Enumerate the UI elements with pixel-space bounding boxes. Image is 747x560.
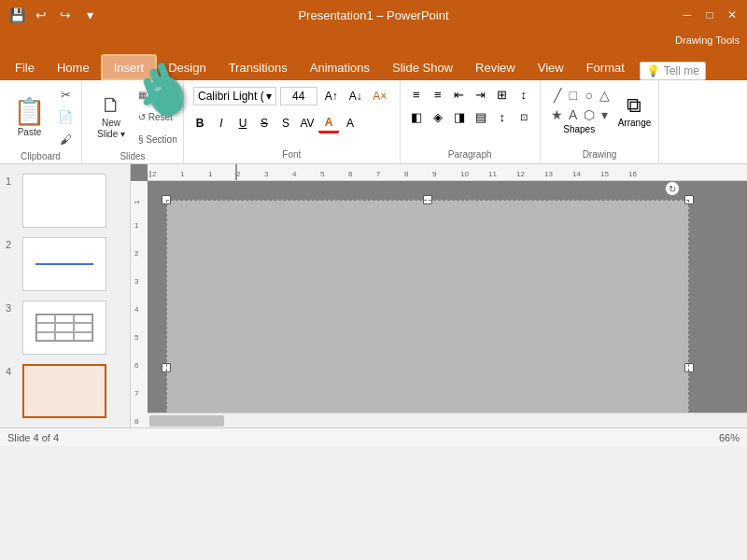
slide-canvas[interactable]: ↻: [148, 181, 747, 413]
slide-item-3[interactable]: 3: [4, 299, 126, 357]
paragraph-content: ≡ ≡ ⇤ ⇥ ⊞ ↕ ◧ ◈ ◨ ▤ ↕ ⊡: [406, 84, 534, 147]
align-left-button[interactable]: ◧: [406, 106, 427, 127]
ruler-left-svg: 1 1 2 3 4 5 6 7 8: [131, 181, 148, 427]
arrange-button[interactable]: ⧉ Arrange: [616, 91, 654, 130]
increase-font-button[interactable]: A↑: [321, 86, 342, 106]
paste-button[interactable]: 📋 Paste: [6, 92, 53, 141]
tab-insert[interactable]: Insert: [101, 54, 158, 80]
layout-button[interactable]: ▦ Layout: [136, 84, 177, 105]
tell-me-label: Tell me: [664, 64, 699, 77]
rotation-handle[interactable]: ↻: [665, 181, 680, 196]
slide-item-2[interactable]: 2: [4, 235, 126, 293]
undo-button[interactable]: ↩: [32, 6, 50, 24]
minimize-button[interactable]: ─: [680, 7, 695, 22]
highlight-button[interactable]: A: [340, 113, 360, 133]
handle-middle-left[interactable]: [162, 363, 171, 372]
font-group: Calibri Light ( ▾ 44 A↑ A↓ A× B I U S S …: [184, 80, 401, 163]
svg-text:7: 7: [376, 170, 381, 178]
arrange-label: Arrange: [618, 118, 652, 128]
svg-text:3: 3: [134, 277, 139, 286]
status-bar: Slide 4 of 4 66%: [0, 427, 747, 446]
format-painter-button[interactable]: 🖌: [55, 129, 76, 149]
new-slide-icon: 🗋: [101, 93, 121, 118]
align-center-button[interactable]: ◈: [428, 106, 448, 127]
tab-file[interactable]: File: [4, 54, 46, 80]
tab-transitions[interactable]: Transitions: [218, 54, 299, 80]
shape-arrow-btn[interactable]: △: [596, 86, 614, 105]
font-color-button[interactable]: A: [318, 113, 339, 133]
maximize-button[interactable]: □: [702, 7, 717, 22]
handle-top-left[interactable]: [162, 195, 171, 204]
svg-text:3: 3: [264, 170, 269, 178]
shape-dropdown-btn[interactable]: ▾: [596, 105, 614, 124]
slide-thumb-3[interactable]: [22, 301, 106, 355]
slide-thumb-2-content: [23, 238, 106, 290]
new-slide-button[interactable]: 🗋 NewSlide ▾: [88, 91, 134, 142]
char-spacing-button[interactable]: AV: [297, 113, 317, 133]
tab-view[interactable]: View: [527, 54, 575, 80]
zoom-level: 66%: [719, 432, 740, 443]
underline-button[interactable]: U: [233, 113, 253, 133]
selection-border: [166, 200, 689, 427]
main-layout: 1 2 3: [0, 164, 747, 427]
section-button[interactable]: § Section: [136, 129, 177, 149]
clear-format-button[interactable]: A×: [370, 86, 390, 106]
font-name-selector[interactable]: Calibri Light ( ▾: [193, 87, 276, 105]
svg-text:9: 9: [432, 170, 437, 178]
copy-button[interactable]: 📄: [55, 106, 76, 127]
justify-button[interactable]: ▤: [471, 106, 491, 127]
numbered-list-button[interactable]: ≡: [428, 84, 448, 105]
slide-content[interactable]: ↻: [166, 200, 689, 427]
close-button[interactable]: ✕: [725, 7, 740, 22]
tab-slideshow[interactable]: Slide Show: [381, 54, 464, 80]
drawing-group: ╱ □ ○ △ ★ A ⬡ ▾ Shapes ⧉ Arrange: [541, 80, 660, 163]
text-direction-button[interactable]: ↕: [514, 84, 534, 105]
save-button[interactable]: 💾: [7, 6, 26, 24]
ruler-top: | 2 1 1 2 3 4 5 6 7 8 9 10 11 12 13 14 1…: [148, 164, 747, 181]
shapes-button[interactable]: ╱ □ ○ △ ★ A ⬡ ▾ Shapes: [546, 84, 613, 136]
columns-button[interactable]: ⊞: [492, 84, 513, 105]
strikethrough-button[interactable]: S: [254, 113, 275, 133]
italic-button[interactable]: I: [211, 113, 232, 133]
line-spacing-button[interactable]: ↕: [492, 106, 513, 127]
indent-increase-button[interactable]: ⇥: [471, 84, 491, 105]
indent-decrease-button[interactable]: ⇤: [449, 84, 470, 105]
slide-thumb-2[interactable]: [22, 237, 106, 291]
handle-middle-right[interactable]: [684, 363, 694, 372]
horizontal-scrollbar[interactable]: [148, 413, 747, 427]
slide-thumb-1[interactable]: [22, 174, 106, 228]
tab-review[interactable]: Review: [464, 54, 527, 80]
font-size-selector[interactable]: 44: [280, 87, 317, 105]
tab-home[interactable]: Home: [46, 54, 101, 80]
tab-design[interactable]: Design: [157, 54, 217, 80]
shadow-button[interactable]: S: [275, 113, 296, 133]
drawing-tools-label: Drawing Tools: [675, 35, 740, 46]
handle-top-right[interactable]: [684, 195, 694, 204]
cut-button[interactable]: ✂: [55, 84, 76, 105]
slide-thumb-4[interactable]: [22, 364, 106, 418]
scrollbar-thumb[interactable]: [149, 415, 224, 427]
redo-button[interactable]: ↪: [56, 6, 75, 24]
slide-item-1[interactable]: 1: [4, 172, 126, 230]
ruler-left: 1 1 2 3 4 5 6 7 8: [131, 181, 148, 427]
canvas-area: | 2 1 1 2 3 4 5 6 7 8 9 10 11 12 13 14 1…: [131, 164, 747, 427]
handle-top-center[interactable]: [423, 195, 432, 204]
slide-item-4[interactable]: 4: [4, 362, 126, 420]
tell-me-box[interactable]: 💡 Tell me: [640, 62, 706, 80]
tab-animations[interactable]: Animations: [299, 54, 381, 80]
decrease-font-button[interactable]: A↓: [345, 86, 366, 106]
tab-format[interactable]: Format: [575, 54, 636, 80]
align-row: ◧ ◈ ◨ ▤ ↕ ⊡: [406, 106, 534, 127]
bold-button[interactable]: B: [190, 113, 210, 133]
reset-button[interactable]: ↺ Reset: [136, 106, 177, 127]
bullet-list-button[interactable]: ≡: [406, 84, 427, 105]
svg-text:6: 6: [348, 170, 353, 178]
align-right-button[interactable]: ◨: [449, 106, 470, 127]
svg-text:11: 11: [488, 170, 497, 178]
paragraph-dialog-button[interactable]: ⊡: [514, 106, 534, 127]
cut-copy-group: ✂ 📄 🖌: [55, 84, 76, 149]
customize-qat-button[interactable]: ▾: [80, 6, 99, 24]
slide-number-2: 2: [6, 239, 19, 250]
slides-label: Slides: [120, 149, 145, 161]
slides-group: 🗋 NewSlide ▾ ▦ Layout ↺ Reset § Section …: [82, 80, 184, 163]
